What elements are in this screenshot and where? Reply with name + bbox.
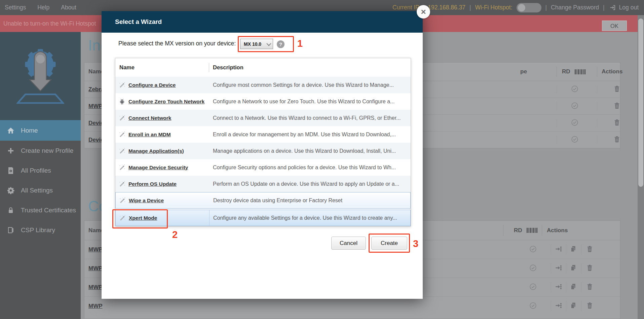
delete-icon[interactable] (614, 85, 620, 94)
sidebar-item-csp-library[interactable]: CSP Library (0, 220, 81, 240)
wand-icon (119, 131, 125, 138)
wizard-row-configure-zero-touch-network[interactable]: Configure Zero Touch NetworkConfigure a … (115, 93, 411, 110)
rd-status-icon (571, 119, 578, 128)
profile-name-link[interactable]: MWP (88, 303, 103, 310)
copy-icon[interactable] (570, 245, 576, 254)
column-divider (581, 301, 581, 311)
top-bar-right: Current IP : 192.168.86.37 | Wi-Fi Hotsp… (392, 3, 644, 12)
type-column-header: pe (520, 68, 527, 75)
delete-icon[interactable] (586, 264, 593, 273)
copy-icon[interactable] (570, 302, 576, 310)
select-wizard-dialog: Select a Wizard × Please select the MX v… (102, 11, 423, 299)
cancel-button[interactable]: Cancel (331, 237, 366, 250)
column-divider (597, 136, 597, 144)
profiles-icon (7, 167, 15, 175)
wizard-name-link[interactable]: Configure a Device (128, 82, 176, 88)
profile-name-link[interactable]: MWP (88, 265, 103, 272)
wizard-name-link[interactable]: Xpert Mode (129, 215, 157, 221)
rd-status-icon (571, 85, 578, 94)
copy-icon[interactable] (570, 264, 576, 273)
wizard-row-perform-os-update[interactable]: Perform OS UpdatePerform an OS Update on… (115, 176, 411, 192)
wizard-row-manage-application-s[interactable]: Manage Application(s)Manage applications… (115, 143, 411, 159)
wizard-row-xpert-mode[interactable]: Xpert ModeConfigure any available Settin… (115, 210, 411, 226)
change-password-link[interactable]: Change Password (551, 4, 599, 11)
wand-icon (119, 215, 126, 221)
wizard-row-wipe-a-device[interactable]: Wipe a DeviceDestroy device data using E… (115, 192, 411, 209)
wizard-name-link[interactable]: Enroll in an MDM (128, 132, 171, 138)
wizard-row-enroll-in-an-mdm[interactable]: Enroll in an MDMEnroll a device for mana… (115, 126, 411, 143)
profile-row[interactable]: MWP (84, 296, 620, 315)
column-divider (597, 85, 597, 94)
deploy-icon[interactable] (555, 302, 562, 310)
android-icon (119, 98, 125, 105)
deploy-icon[interactable] (555, 264, 562, 273)
actions-column-header: Actions (547, 227, 568, 234)
sidebar-item-trusted-certificates[interactable]: Trusted Certificates (0, 200, 81, 220)
description-column-header: Description (213, 64, 243, 71)
column-divider (581, 282, 581, 292)
column-divider (551, 244, 551, 255)
menu-item-help[interactable]: Help (37, 4, 49, 11)
scrollbar-thumb[interactable] (638, 19, 643, 187)
rd-status-icon (571, 102, 578, 111)
delete-icon[interactable] (586, 302, 593, 310)
wifi-hotspot-label: Wi-Fi Hotspot: (475, 4, 513, 11)
column-divider (566, 282, 566, 292)
book-icon (7, 226, 15, 234)
delete-icon[interactable] (586, 245, 593, 254)
annotation-number-3: 3 (413, 238, 418, 249)
delete-icon[interactable] (614, 136, 620, 144)
profile-name-link[interactable]: MWP (88, 284, 103, 291)
top-menu: SettingsHelpAbout (5, 4, 88, 11)
profile-name-link[interactable]: MWP (88, 246, 103, 253)
plus-icon (7, 147, 15, 155)
chevron-down-icon (266, 41, 271, 46)
page-scrollbar[interactable] (638, 15, 644, 319)
column-divider (597, 102, 597, 110)
create-button[interactable]: Create (371, 237, 407, 250)
wizard-row-manage-device-security[interactable]: Manage Device SecurityConfigure Security… (115, 159, 411, 176)
wizard-description: Enroll a device for management by an MDM… (213, 132, 408, 138)
wizard-name-link[interactable]: Manage Application(s) (128, 148, 184, 154)
column-divider (557, 67, 557, 77)
wizard-name-link[interactable]: Wipe a Device (129, 198, 164, 204)
mx-version-value: MX 10.0 (244, 41, 261, 47)
menu-item-about[interactable]: About (61, 4, 76, 11)
wizard-description: Configure any available Settings for a d… (213, 215, 408, 221)
delete-icon[interactable] (586, 283, 593, 291)
column-divider (551, 301, 551, 311)
delete-icon[interactable] (614, 102, 620, 110)
wizard-name-link[interactable]: Manage Device Security (128, 165, 188, 171)
column-divider (209, 210, 210, 226)
help-icon[interactable]: ? (277, 40, 285, 48)
sidebar-nav: HomeCreate new ProfileAll ProfilesAll Se… (0, 120, 81, 240)
column-divider (581, 263, 581, 274)
wizard-name-link[interactable]: Connect Network (128, 115, 171, 121)
dialog-close-button[interactable]: × (417, 5, 430, 19)
column-divider (542, 225, 542, 236)
wizard-description: Configure Security options and policies … (213, 165, 408, 171)
menu-item-settings[interactable]: Settings (5, 4, 26, 11)
deploy-icon[interactable] (555, 283, 562, 291)
copy-icon[interactable] (570, 283, 576, 291)
wizard-name-link[interactable]: Perform OS Update (128, 181, 177, 187)
banner-ok-button[interactable]: OK (602, 21, 627, 31)
rd-column-header: RD (562, 68, 587, 75)
wifi-hotspot-toggle[interactable] (517, 3, 541, 12)
wizard-row-configure-a-device[interactable]: Configure a DeviceConfigure most common … (115, 77, 411, 93)
dialog-title: Select a Wizard (102, 11, 423, 33)
wizard-name-link[interactable]: Configure Zero Touch Network (128, 99, 204, 105)
profile-name-link[interactable]: MWP (88, 103, 103, 110)
wand-icon (119, 164, 125, 171)
delete-icon[interactable] (614, 119, 620, 127)
logout-link[interactable]: Log out (609, 4, 639, 12)
wizard-row-connect-network[interactable]: Connect NetworkConnect to a Network. Use… (115, 110, 411, 126)
sidebar-item-home[interactable]: Home (0, 120, 81, 141)
sidebar-item-all-profiles[interactable]: All Profiles (0, 161, 81, 180)
sidebar-item-all-settings[interactable]: All Settings (0, 180, 81, 200)
sidebar-item-create-new-profile[interactable]: Create new Profile (0, 141, 81, 161)
mx-version-select[interactable]: MX 10.0 (240, 39, 273, 49)
separator: | (545, 4, 547, 11)
deploy-icon[interactable] (555, 246, 562, 254)
wizard-description: Manage applications on a device. Use thi… (213, 148, 408, 154)
